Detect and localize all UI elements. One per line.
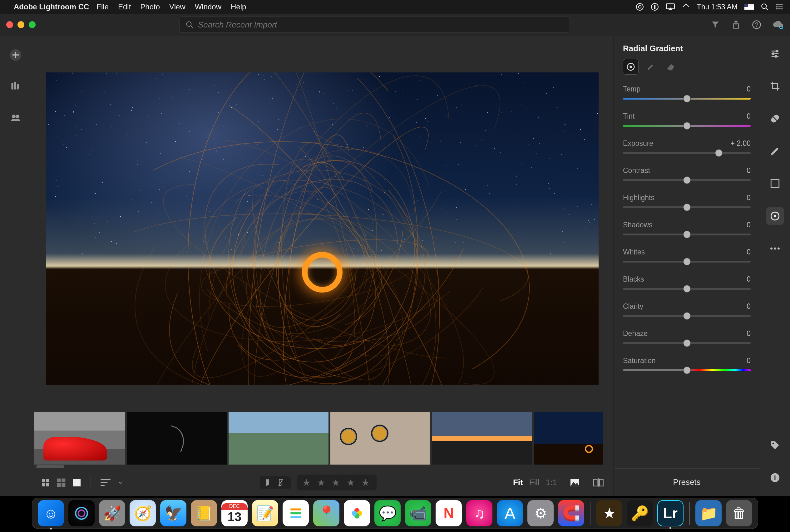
dock-launchpad-icon[interactable]: 🚀: [99, 500, 125, 526]
status-icon[interactable]: [651, 3, 659, 11]
input-source-flag-icon[interactable]: [745, 4, 754, 10]
slider-highlights[interactable]: Highlights0: [623, 194, 751, 208]
menu-edit[interactable]: Edit: [118, 2, 131, 11]
dock-appstore-icon[interactable]: A: [497, 500, 523, 526]
star-rating[interactable]: ★ ★ ★ ★ ★: [297, 475, 377, 491]
dock-magnet-icon[interactable]: 🧲: [558, 500, 584, 526]
menu-window[interactable]: Window: [195, 2, 221, 11]
slider-label: Dehaze: [623, 329, 647, 338]
brush-tool-icon[interactable]: [766, 142, 784, 160]
slider-saturation[interactable]: Saturation0: [623, 357, 751, 371]
zoom-fit[interactable]: Fit: [513, 478, 523, 487]
menu-view[interactable]: View: [169, 2, 186, 11]
dock-calendar-icon[interactable]: DEC13: [221, 500, 248, 526]
svg-point-11: [776, 4, 777, 5]
notification-center-icon[interactable]: [776, 3, 784, 11]
dock-itunes-icon[interactable]: ♫: [466, 500, 492, 526]
svg-point-60: [777, 247, 780, 249]
thumbnail-1[interactable]: [34, 412, 125, 464]
dock-1password-icon[interactable]: 🔑: [627, 500, 653, 526]
svg-rect-24: [17, 84, 19, 90]
slider-value: 0: [747, 194, 751, 202]
dock-system-prefs-icon[interactable]: ⚙: [527, 500, 553, 526]
more-icon[interactable]: [766, 240, 784, 257]
cc-status-icon[interactable]: [636, 3, 644, 11]
crop-icon[interactable]: [766, 77, 784, 95]
help-icon[interactable]: ?: [752, 20, 761, 29]
healing-icon[interactable]: [766, 110, 784, 127]
radial-gradient-icon[interactable]: [766, 207, 784, 225]
dock-trash-icon[interactable]: 🗑: [726, 500, 752, 526]
dock-reminders-icon[interactable]: [283, 500, 309, 526]
dock-maps-icon[interactable]: 📍: [313, 500, 339, 526]
thumbnail-2[interactable]: [127, 412, 227, 464]
keywords-tag-icon[interactable]: [766, 436, 784, 454]
dock-mail-icon[interactable]: 🦅: [160, 500, 186, 526]
dock-news-icon[interactable]: N: [436, 500, 462, 526]
dock-contacts-icon[interactable]: 📒: [191, 500, 217, 526]
dock-imovie-icon[interactable]: ★: [596, 500, 622, 526]
slider-tint[interactable]: Tint0: [623, 112, 751, 127]
edit-sliders-icon[interactable]: [766, 45, 784, 62]
slider-exposure[interactable]: Exposure+ 2.00: [623, 139, 751, 154]
spotlight-icon[interactable]: [761, 3, 769, 11]
slider-temp[interactable]: Temp0: [623, 85, 751, 100]
search-box[interactable]: [180, 17, 570, 33]
search-input[interactable]: [198, 20, 564, 30]
zoom-1-1[interactable]: 1:1: [546, 478, 557, 487]
info-icon[interactable]: i: [766, 469, 784, 487]
menubar-app-name[interactable]: Adobe Lightroom CC: [14, 2, 89, 11]
cloud-sync-icon[interactable]: [772, 20, 784, 29]
menu-file[interactable]: File: [96, 2, 109, 11]
menubar-clock[interactable]: Thu 1:53 AM: [697, 3, 737, 11]
menu-help[interactable]: Help: [231, 2, 246, 11]
dock-messages-icon[interactable]: 💬: [374, 500, 401, 526]
dock-facetime-icon[interactable]: 📹: [405, 500, 431, 526]
thumbnail-5[interactable]: [432, 412, 532, 464]
slider-blacks[interactable]: Blacks0: [623, 275, 751, 290]
share-icon[interactable]: [731, 20, 741, 29]
sort-icon[interactable]: [100, 478, 111, 487]
dock-siri-icon[interactable]: [69, 500, 95, 526]
minimize-window-button[interactable]: [18, 21, 24, 28]
sort-dropdown-chevron-icon[interactable]: [117, 479, 123, 486]
slider-shadows[interactable]: Shadows0: [623, 221, 751, 235]
dock-lightroom-icon[interactable]: Lr: [657, 500, 683, 526]
my-photos-button[interactable]: [9, 79, 22, 93]
photo-canvas[interactable]: /*placeholder to keep structure*/: [46, 72, 599, 385]
add-photos-button[interactable]: [9, 48, 22, 62]
grid-view-large-icon[interactable]: [56, 478, 66, 488]
airplay-icon[interactable]: [666, 3, 675, 11]
single-view-icon[interactable]: [72, 478, 82, 488]
dock-photos-icon[interactable]: [344, 500, 370, 526]
flag-pick-icon[interactable]: [265, 479, 273, 487]
show-original-icon[interactable]: [569, 478, 580, 487]
close-window-button[interactable]: [6, 21, 13, 28]
grid-view-small-icon[interactable]: [41, 478, 51, 488]
slider-clarity[interactable]: Clarity0: [623, 302, 751, 317]
sharing-button[interactable]: [9, 111, 22, 124]
dock-finder-icon[interactable]: ☺: [38, 500, 64, 526]
svg-point-58: [770, 247, 772, 249]
dock-notes-icon[interactable]: 📝: [252, 500, 278, 526]
radial-mask-new-icon[interactable]: [623, 59, 639, 75]
brush-add-icon[interactable]: [643, 59, 659, 75]
thumbnail-3[interactable]: [229, 412, 328, 464]
dock-downloads-icon[interactable]: 📁: [695, 500, 721, 526]
filter-icon[interactable]: [711, 20, 720, 29]
thumbnail-6-selected[interactable]: [534, 412, 603, 464]
fullscreen-window-button[interactable]: [29, 21, 36, 28]
linear-gradient-icon[interactable]: [766, 175, 784, 192]
status-icon-2[interactable]: [682, 3, 690, 11]
zoom-fill[interactable]: Fill: [529, 478, 540, 487]
slider-contrast[interactable]: Contrast0: [623, 166, 751, 181]
dock-safari-icon[interactable]: 🧭: [130, 500, 156, 526]
slider-whites[interactable]: Whites0: [623, 248, 751, 263]
thumbnail-4[interactable]: [331, 412, 430, 464]
slider-dehaze[interactable]: Dehaze0: [623, 329, 751, 344]
before-after-icon[interactable]: [592, 478, 604, 487]
flag-reject-icon[interactable]: [278, 479, 286, 487]
menu-photo[interactable]: Photo: [140, 2, 160, 11]
presets-button[interactable]: Presets: [614, 468, 760, 496]
eraser-icon[interactable]: [663, 59, 679, 75]
